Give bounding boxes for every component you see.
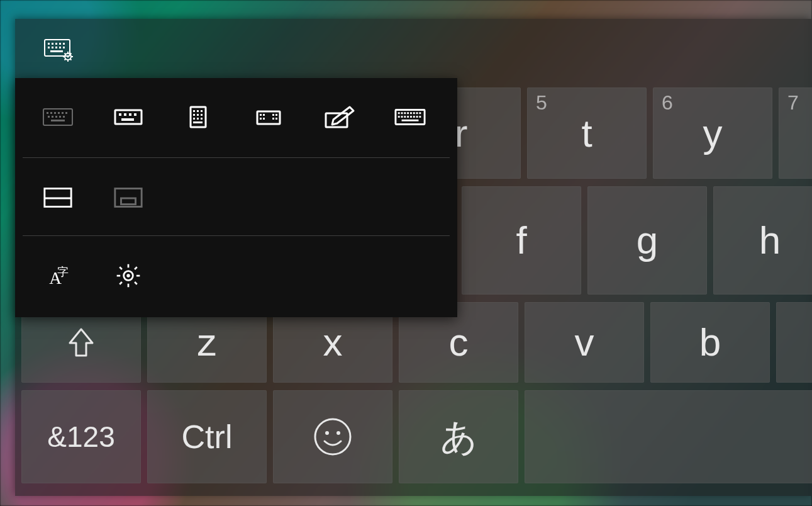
svg-rect-25 bbox=[43, 109, 72, 125]
keyboard-settings-icon bbox=[44, 38, 74, 63]
key-u-partial[interactable]: 7 bbox=[779, 87, 812, 179]
svg-rect-72 bbox=[416, 112, 418, 114]
key-symbols[interactable]: &123 bbox=[21, 390, 141, 483]
key-n-partial[interactable] bbox=[776, 302, 812, 383]
svg-rect-70 bbox=[410, 112, 412, 114]
key-h[interactable]: h bbox=[713, 186, 812, 295]
dock-floating-button[interactable] bbox=[93, 159, 164, 237]
key-b[interactable]: b bbox=[650, 302, 770, 383]
key-y[interactable]: 6y bbox=[653, 87, 772, 179]
svg-rect-9 bbox=[59, 47, 61, 48]
svg-rect-69 bbox=[407, 112, 409, 114]
svg-rect-82 bbox=[402, 120, 419, 121]
svg-rect-8 bbox=[55, 47, 57, 48]
key-emoji[interactable] bbox=[273, 390, 392, 483]
svg-rect-30 bbox=[62, 112, 64, 114]
key-g[interactable]: g bbox=[587, 186, 707, 295]
dock-docked-button[interactable] bbox=[23, 159, 93, 237]
svg-rect-3 bbox=[55, 43, 57, 45]
layout-options-row bbox=[23, 78, 450, 156]
svg-rect-80 bbox=[416, 116, 418, 118]
svg-rect-1 bbox=[48, 43, 50, 45]
svg-rect-52 bbox=[197, 118, 199, 120]
svg-rect-50 bbox=[201, 114, 203, 116]
svg-rect-67 bbox=[401, 112, 403, 114]
svg-rect-61 bbox=[263, 118, 265, 120]
svg-rect-34 bbox=[55, 116, 57, 118]
svg-rect-27 bbox=[50, 112, 52, 114]
svg-rect-47 bbox=[201, 110, 203, 112]
svg-rect-38 bbox=[115, 110, 142, 124]
svg-line-20 bbox=[65, 59, 66, 60]
svg-rect-10 bbox=[63, 47, 65, 48]
gear-icon bbox=[112, 262, 145, 290]
keyboard-topbar bbox=[15, 19, 812, 82]
settings-button[interactable] bbox=[93, 237, 164, 315]
svg-rect-28 bbox=[54, 112, 56, 114]
keyboard-settings-button[interactable] bbox=[40, 35, 78, 65]
svg-rect-36 bbox=[63, 116, 65, 118]
svg-rect-29 bbox=[58, 112, 60, 114]
divider bbox=[23, 235, 450, 236]
touch-keyboard: r 5t 6y 7 f g h z x c v b &123 Ctrl あ bbox=[15, 19, 812, 496]
svg-rect-46 bbox=[197, 110, 199, 112]
svg-rect-53 bbox=[201, 118, 203, 120]
svg-rect-35 bbox=[59, 116, 61, 118]
svg-point-90 bbox=[126, 274, 130, 278]
layout-split-button[interactable] bbox=[234, 78, 304, 156]
svg-rect-5 bbox=[63, 43, 65, 45]
layout-onehanded-button[interactable] bbox=[164, 78, 234, 156]
svg-rect-58 bbox=[272, 114, 274, 116]
svg-line-21 bbox=[70, 53, 72, 55]
key-t[interactable]: 5t bbox=[527, 87, 647, 179]
svg-rect-75 bbox=[401, 116, 403, 118]
svg-rect-66 bbox=[398, 112, 400, 114]
key-ctrl[interactable]: Ctrl bbox=[147, 390, 267, 483]
svg-point-22 bbox=[315, 419, 350, 454]
svg-rect-26 bbox=[47, 112, 48, 114]
svg-rect-49 bbox=[197, 114, 199, 116]
key-f[interactable]: f bbox=[462, 186, 581, 295]
svg-rect-71 bbox=[413, 112, 415, 114]
svg-rect-51 bbox=[193, 118, 195, 120]
svg-rect-32 bbox=[48, 116, 50, 118]
svg-rect-44 bbox=[191, 107, 206, 127]
shift-icon bbox=[67, 327, 95, 358]
svg-rect-73 bbox=[419, 112, 421, 114]
svg-rect-45 bbox=[193, 110, 195, 112]
divider bbox=[23, 157, 450, 158]
svg-rect-60 bbox=[260, 118, 262, 120]
svg-line-19 bbox=[70, 59, 72, 60]
layout-small-button[interactable] bbox=[93, 78, 164, 156]
dock-options-row bbox=[23, 159, 450, 237]
svg-point-24 bbox=[336, 431, 340, 435]
svg-rect-86 bbox=[121, 198, 135, 205]
key-space[interactable] bbox=[525, 390, 812, 483]
svg-rect-41 bbox=[129, 113, 131, 116]
svg-point-23 bbox=[325, 431, 329, 435]
keyboard-settings-popup: A字 bbox=[15, 78, 457, 317]
svg-rect-63 bbox=[275, 118, 277, 120]
svg-rect-11 bbox=[50, 50, 63, 52]
svg-rect-59 bbox=[275, 114, 277, 116]
svg-rect-76 bbox=[404, 116, 406, 118]
layout-full-button[interactable] bbox=[375, 78, 445, 156]
svg-rect-31 bbox=[65, 112, 67, 114]
language-prefs-button[interactable]: A字 bbox=[23, 237, 93, 315]
action-options-row: A字 bbox=[23, 237, 450, 315]
key-language[interactable]: あ bbox=[399, 390, 518, 483]
svg-rect-2 bbox=[52, 43, 53, 45]
svg-rect-33 bbox=[52, 116, 53, 118]
svg-rect-7 bbox=[52, 47, 53, 48]
svg-rect-57 bbox=[263, 114, 265, 116]
key-v[interactable]: v bbox=[525, 302, 644, 383]
layout-default-button[interactable] bbox=[23, 78, 93, 156]
layout-handwriting-button[interactable] bbox=[304, 78, 375, 156]
svg-rect-77 bbox=[407, 116, 409, 118]
svg-rect-39 bbox=[119, 113, 121, 116]
svg-rect-78 bbox=[410, 116, 412, 118]
svg-rect-4 bbox=[59, 43, 61, 45]
svg-rect-64 bbox=[326, 113, 347, 127]
svg-rect-43 bbox=[121, 118, 134, 121]
svg-rect-79 bbox=[413, 116, 415, 118]
